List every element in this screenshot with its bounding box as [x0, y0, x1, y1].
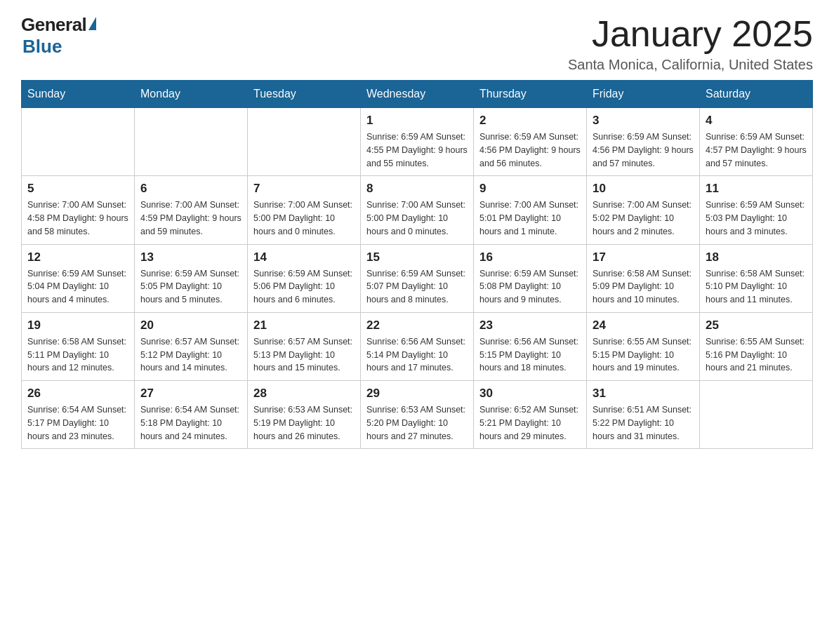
weekday-header-monday: Monday — [135, 81, 248, 108]
day-info: Sunrise: 6:56 AM Sunset: 5:15 PM Dayligh… — [479, 335, 581, 375]
day-info: Sunrise: 6:55 AM Sunset: 5:15 PM Dayligh… — [593, 335, 694, 375]
week-row-5: 26Sunrise: 6:54 AM Sunset: 5:17 PM Dayli… — [22, 381, 813, 449]
calendar-cell: 30Sunrise: 6:52 AM Sunset: 5:21 PM Dayli… — [474, 381, 587, 449]
day-number: 6 — [140, 182, 241, 196]
calendar-cell: 20Sunrise: 6:57 AM Sunset: 5:12 PM Dayli… — [135, 312, 248, 380]
day-number: 26 — [27, 387, 128, 401]
calendar-cell: 3Sunrise: 6:59 AM Sunset: 4:56 PM Daylig… — [587, 108, 700, 176]
calendar-cell: 14Sunrise: 6:59 AM Sunset: 5:06 PM Dayli… — [248, 244, 361, 312]
calendar-cell: 22Sunrise: 6:56 AM Sunset: 5:14 PM Dayli… — [361, 312, 474, 380]
weekday-header-tuesday: Tuesday — [248, 81, 361, 108]
day-number: 4 — [706, 114, 807, 128]
calendar-cell: 10Sunrise: 7:00 AM Sunset: 5:02 PM Dayli… — [587, 176, 700, 244]
day-number: 9 — [479, 182, 581, 196]
calendar-cell: 28Sunrise: 6:53 AM Sunset: 5:19 PM Dayli… — [248, 381, 361, 449]
day-number: 7 — [253, 182, 355, 196]
logo-general-text: General — [21, 14, 86, 36]
day-info: Sunrise: 7:00 AM Sunset: 5:00 PM Dayligh… — [253, 199, 355, 238]
day-info: Sunrise: 6:57 AM Sunset: 5:13 PM Dayligh… — [253, 335, 355, 375]
day-info: Sunrise: 6:52 AM Sunset: 5:21 PM Dayligh… — [479, 403, 581, 443]
calendar-cell: 15Sunrise: 6:59 AM Sunset: 5:07 PM Dayli… — [361, 244, 474, 312]
calendar-cell: 8Sunrise: 7:00 AM Sunset: 5:00 PM Daylig… — [361, 176, 474, 244]
calendar-title: January 2025 — [568, 14, 813, 54]
calendar-cell — [248, 108, 361, 176]
day-info: Sunrise: 7:00 AM Sunset: 5:00 PM Dayligh… — [366, 199, 468, 238]
day-info: Sunrise: 6:54 AM Sunset: 5:18 PM Dayligh… — [140, 403, 241, 443]
day-info: Sunrise: 7:00 AM Sunset: 4:59 PM Dayligh… — [140, 199, 241, 238]
day-info: Sunrise: 6:59 AM Sunset: 5:04 PM Dayligh… — [27, 267, 128, 307]
day-number: 20 — [140, 318, 241, 333]
calendar-cell — [700, 381, 813, 449]
day-info: Sunrise: 7:00 AM Sunset: 5:02 PM Dayligh… — [593, 199, 694, 238]
weekday-header-friday: Friday — [587, 81, 700, 108]
day-info: Sunrise: 6:54 AM Sunset: 5:17 PM Dayligh… — [27, 403, 128, 443]
day-info: Sunrise: 6:53 AM Sunset: 5:19 PM Dayligh… — [253, 403, 355, 443]
day-info: Sunrise: 7:00 AM Sunset: 4:58 PM Dayligh… — [27, 199, 128, 238]
day-info: Sunrise: 6:59 AM Sunset: 5:06 PM Dayligh… — [253, 267, 355, 307]
logo-triangle-icon — [88, 17, 96, 30]
day-number: 21 — [253, 318, 355, 333]
day-number: 5 — [27, 182, 128, 196]
day-number: 15 — [366, 250, 468, 264]
day-info: Sunrise: 6:59 AM Sunset: 4:56 PM Dayligh… — [479, 130, 581, 170]
calendar-cell: 12Sunrise: 6:59 AM Sunset: 5:04 PM Dayli… — [22, 244, 135, 312]
calendar-cell: 11Sunrise: 6:59 AM Sunset: 5:03 PM Dayli… — [700, 176, 813, 244]
calendar-table: SundayMondayTuesdayWednesdayThursdayFrid… — [21, 80, 813, 449]
day-number: 27 — [140, 387, 241, 401]
day-number: 24 — [593, 318, 694, 333]
day-info: Sunrise: 6:59 AM Sunset: 4:56 PM Dayligh… — [593, 130, 694, 170]
day-info: Sunrise: 6:59 AM Sunset: 5:03 PM Dayligh… — [706, 199, 807, 238]
day-info: Sunrise: 7:00 AM Sunset: 5:01 PM Dayligh… — [479, 199, 581, 238]
calendar-subtitle: Santa Monica, California, United States — [568, 57, 813, 73]
day-number: 14 — [253, 250, 355, 264]
day-info: Sunrise: 6:57 AM Sunset: 5:12 PM Dayligh… — [140, 335, 241, 375]
week-row-2: 5Sunrise: 7:00 AM Sunset: 4:58 PM Daylig… — [22, 176, 813, 244]
weekday-header-saturday: Saturday — [700, 81, 813, 108]
calendar-cell: 13Sunrise: 6:59 AM Sunset: 5:05 PM Dayli… — [135, 244, 248, 312]
calendar-cell: 5Sunrise: 7:00 AM Sunset: 4:58 PM Daylig… — [22, 176, 135, 244]
logo: General Blue — [21, 14, 96, 58]
calendar-cell: 19Sunrise: 6:58 AM Sunset: 5:11 PM Dayli… — [22, 312, 135, 380]
weekday-header-row: SundayMondayTuesdayWednesdayThursdayFrid… — [22, 81, 813, 108]
day-number: 8 — [366, 182, 468, 196]
weekday-header-wednesday: Wednesday — [361, 81, 474, 108]
day-number: 29 — [366, 387, 468, 401]
calendar-cell: 18Sunrise: 6:58 AM Sunset: 5:10 PM Dayli… — [700, 244, 813, 312]
week-row-1: 1Sunrise: 6:59 AM Sunset: 4:55 PM Daylig… — [22, 108, 813, 176]
page-header: General Blue January 2025 Santa Monica, … — [21, 14, 813, 73]
day-number: 11 — [706, 182, 807, 196]
day-info: Sunrise: 6:59 AM Sunset: 5:07 PM Dayligh… — [366, 267, 468, 307]
calendar-cell: 24Sunrise: 6:55 AM Sunset: 5:15 PM Dayli… — [587, 312, 700, 380]
day-number: 31 — [593, 387, 694, 401]
calendar-cell: 31Sunrise: 6:51 AM Sunset: 5:22 PM Dayli… — [587, 381, 700, 449]
logo-blue-text: Blue — [22, 36, 62, 58]
day-number: 30 — [479, 387, 581, 401]
day-info: Sunrise: 6:58 AM Sunset: 5:10 PM Dayligh… — [706, 267, 807, 307]
calendar-cell — [22, 108, 135, 176]
day-number: 19 — [27, 318, 128, 333]
calendar-cell: 7Sunrise: 7:00 AM Sunset: 5:00 PM Daylig… — [248, 176, 361, 244]
calendar-cell: 25Sunrise: 6:55 AM Sunset: 5:16 PM Dayli… — [700, 312, 813, 380]
calendar-cell: 23Sunrise: 6:56 AM Sunset: 5:15 PM Dayli… — [474, 312, 587, 380]
day-number: 13 — [140, 250, 241, 264]
day-number: 12 — [27, 250, 128, 264]
day-info: Sunrise: 6:59 AM Sunset: 4:55 PM Dayligh… — [366, 130, 468, 170]
day-info: Sunrise: 6:59 AM Sunset: 5:05 PM Dayligh… — [140, 267, 241, 307]
day-info: Sunrise: 6:51 AM Sunset: 5:22 PM Dayligh… — [593, 403, 694, 443]
calendar-cell: 9Sunrise: 7:00 AM Sunset: 5:01 PM Daylig… — [474, 176, 587, 244]
calendar-cell: 29Sunrise: 6:53 AM Sunset: 5:20 PM Dayli… — [361, 381, 474, 449]
day-number: 18 — [706, 250, 807, 264]
day-info: Sunrise: 6:56 AM Sunset: 5:14 PM Dayligh… — [366, 335, 468, 375]
calendar-cell: 4Sunrise: 6:59 AM Sunset: 4:57 PM Daylig… — [700, 108, 813, 176]
day-number: 16 — [479, 250, 581, 264]
day-number: 23 — [479, 318, 581, 333]
calendar-cell: 6Sunrise: 7:00 AM Sunset: 4:59 PM Daylig… — [135, 176, 248, 244]
day-number: 22 — [366, 318, 468, 333]
day-number: 1 — [366, 114, 468, 128]
calendar-cell: 16Sunrise: 6:59 AM Sunset: 5:08 PM Dayli… — [474, 244, 587, 312]
calendar-cell: 1Sunrise: 6:59 AM Sunset: 4:55 PM Daylig… — [361, 108, 474, 176]
day-number: 17 — [593, 250, 694, 264]
day-info: Sunrise: 6:58 AM Sunset: 5:09 PM Dayligh… — [593, 267, 694, 307]
day-number: 10 — [593, 182, 694, 196]
calendar-cell — [135, 108, 248, 176]
